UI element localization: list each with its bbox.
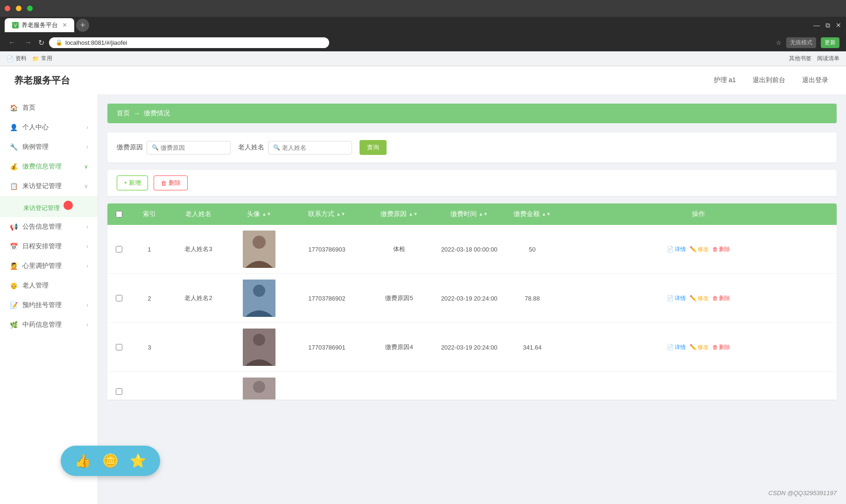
tab-close-icon[interactable]: ×: [63, 21, 67, 29]
bookmarks-bar: 📄 资料 📁 常用 其他书签 阅读清单: [0, 51, 846, 66]
avatar-silhouette-4: [243, 378, 275, 400]
batch-delete-button[interactable]: 🗑 删除: [154, 175, 188, 190]
bookmark-ziliao[interactable]: 📄 资料: [7, 55, 27, 63]
header-user: 护理 a1: [710, 74, 740, 86]
sidebar-item-schedule[interactable]: 📅 日程安排管理 ›: [0, 237, 98, 256]
row2-action-btns: 📄 详情 ✏️ 修改 🗑 删除: [565, 294, 832, 302]
bookmark-icon[interactable]: ☆: [776, 39, 782, 46]
logout-btn[interactable]: 退出登录: [798, 74, 832, 86]
table-row: 2 老人姓名2 17703786902 缴费原因5 2022-: [107, 274, 837, 323]
row2-name: 老人姓名2: [168, 288, 229, 308]
row1-checkbox[interactable]: [116, 246, 122, 252]
bookmark-changyong[interactable]: 📁 常用: [32, 55, 52, 63]
row2-avatar: [243, 280, 275, 317]
row2-delete-btn[interactable]: 🗑 删除: [712, 294, 730, 302]
add-button[interactable]: + 新增: [117, 175, 148, 190]
lock-icon: 🔒: [56, 39, 63, 46]
row3-edit-btn[interactable]: ✏️ 修改: [690, 343, 709, 351]
sidebar-item-payment[interactable]: 💰 缴费信息管理 ∨: [0, 157, 98, 176]
row3-detail-btn[interactable]: 📄 详情: [667, 343, 686, 351]
breadcrumb-arrow: →: [134, 110, 140, 117]
sub-item-visit-label: 来访登记管理: [23, 204, 60, 211]
row3-index: 3: [131, 338, 168, 357]
maximize-btn[interactable]: [27, 6, 33, 11]
reason-input-wrapper: 🔍: [147, 141, 231, 154]
row1-reason: 体检: [364, 239, 434, 259]
other-bookmarks[interactable]: 其他书签: [789, 55, 811, 63]
browser-address-bar: ← → ↻ 🔒 localhost:8081/#/jiaofei ☆ 无痕模式 …: [0, 34, 846, 51]
sub-item-visit-register[interactable]: 来访登记管理: [0, 196, 98, 217]
row2-checkbox-cell: [107, 289, 131, 307]
reload-button[interactable]: ↻: [38, 38, 44, 47]
cases-icon: 🔧: [9, 143, 18, 151]
back-button[interactable]: ←: [7, 36, 18, 49]
sidebar-item-personal[interactable]: 👤 个人中心 ›: [0, 118, 98, 137]
th-reason: 缴费原因 ▲▼: [364, 203, 434, 225]
elderly-icon: 👴: [9, 281, 18, 290]
url-text: localhost:8081/#/jiaofei: [65, 39, 127, 46]
breadcrumb-home[interactable]: 首页: [117, 109, 130, 118]
name-input-wrapper: 🔍: [268, 141, 352, 154]
sidebar-item-appointment[interactable]: 📝 预约挂号管理 ›: [0, 295, 98, 315]
floating-annotation: 👍 🪙 ⭐: [61, 446, 160, 476]
update-btn[interactable]: 更新: [821, 37, 839, 48]
row4-checkbox[interactable]: [116, 388, 122, 395]
browser-action-icons: ☆ 无痕模式 更新: [776, 37, 839, 48]
th-index: 索引: [131, 203, 168, 225]
medicine-icon: 🌿: [9, 321, 18, 329]
mental-icon: 💆: [9, 262, 18, 270]
row1-delete-btn[interactable]: 🗑 删除: [712, 245, 730, 253]
schedule-icon: 📅: [9, 242, 18, 251]
back-to-front-btn[interactable]: 退出到前台: [749, 74, 789, 86]
forward-button[interactable]: →: [22, 36, 34, 49]
row2-detail-btn[interactable]: 📄 详情: [667, 294, 686, 302]
restore-window-btn[interactable]: ⧉: [825, 21, 830, 29]
reason-input[interactable]: [161, 144, 221, 151]
sidebar-item-notice[interactable]: 📢 公告信息管理 ›: [0, 217, 98, 237]
sort-avatar-icon[interactable]: ▲▼: [262, 212, 271, 217]
chevron-medicine: ›: [86, 322, 88, 328]
row1-edit-btn[interactable]: ✏️ 修改: [690, 245, 709, 253]
row1-name: 老人姓名3: [168, 239, 229, 259]
row3-delete-btn[interactable]: 🗑 删除: [712, 343, 730, 351]
minimize-window-btn[interactable]: —: [813, 21, 820, 29]
close-window-btn[interactable]: ✕: [836, 21, 841, 29]
name-input[interactable]: [282, 144, 343, 151]
select-all-checkbox[interactable]: [116, 211, 122, 217]
row1-checkbox-cell: [107, 240, 131, 258]
reading-list[interactable]: 阅读清单: [817, 55, 839, 63]
new-tab-btn[interactable]: +: [76, 19, 89, 32]
sidebar-item-cases[interactable]: 🔧 病例管理 ›: [0, 137, 98, 157]
row2-index: 2: [131, 289, 168, 308]
sort-time-icon[interactable]: ▲▼: [479, 212, 488, 217]
sidebar-item-medicine[interactable]: 🌿 中药信息管理 ›: [0, 315, 98, 335]
data-table: 索引 老人姓名 头像 ▲▼ 联系方式 ▲▼ 缴费原因 ▲: [107, 203, 837, 400]
avatar-silhouette-1: [243, 231, 275, 268]
coin-icon[interactable]: 🪙: [102, 453, 119, 469]
sidebar-item-elderly[interactable]: 👴 老人管理: [0, 276, 98, 295]
close-btn[interactable]: [5, 6, 10, 11]
star-icon[interactable]: ⭐: [130, 453, 146, 469]
app-header: 养老服务平台 护理 a1 退出到前台 退出登录: [0, 66, 846, 94]
minimize-btn[interactable]: [16, 6, 21, 11]
no-distract-btn[interactable]: 无痕模式: [786, 37, 816, 48]
search-button[interactable]: 查询: [360, 140, 387, 155]
sort-phone-icon[interactable]: ▲▼: [336, 212, 345, 217]
sidebar-item-mental[interactable]: 💆 心里调护管理 ›: [0, 256, 98, 276]
sort-amount-icon[interactable]: ▲▼: [542, 212, 551, 217]
row1-detail-btn[interactable]: 📄 详情: [667, 245, 686, 253]
like-icon[interactable]: 👍: [75, 453, 91, 469]
row3-checkbox[interactable]: [116, 344, 122, 350]
row2-edit-btn[interactable]: ✏️ 修改: [690, 294, 709, 302]
row3-avatar: [243, 329, 275, 366]
sort-reason-icon[interactable]: ▲▼: [409, 212, 418, 217]
bookmark-icon-changyong: 📁: [32, 56, 39, 62]
row2-checkbox[interactable]: [116, 295, 122, 301]
sidebar-label-appointment: 预约挂号管理: [22, 301, 62, 309]
sidebar-item-home[interactable]: 🏠 首页: [0, 98, 98, 118]
address-bar[interactable]: 🔒 localhost:8081/#/jiaofei: [49, 37, 329, 48]
row4-avatar: [243, 378, 275, 400]
sidebar-label-notice: 公告信息管理: [22, 223, 62, 231]
sidebar-item-visit[interactable]: 📋 来访登记管理 ∨: [0, 176, 98, 196]
active-tab[interactable]: V 养老服务平台 ×: [5, 18, 74, 32]
